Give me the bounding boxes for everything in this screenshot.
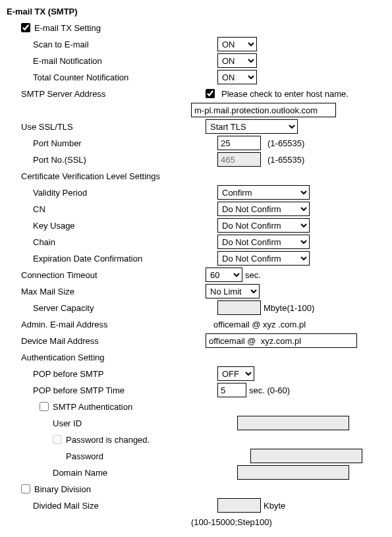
auth-setting-title: Authentication Setting	[7, 353, 206, 362]
scan-to-email-label: Scan to E-mail	[7, 40, 217, 49]
device-mail-label: Device Mail Address	[7, 336, 206, 346]
smtp-auth-checkbox[interactable]	[40, 402, 49, 411]
server-capacity-label: Server Capacity	[7, 303, 217, 313]
cn-select[interactable]: Do Not Confirm	[217, 202, 310, 216]
divided-mail-size-input	[217, 498, 261, 513]
chain-label: Chain	[7, 237, 217, 247]
binary-division-checkbox[interactable]	[21, 484, 30, 494]
pop-before-smtp-time-unit: sec. (0-60)	[249, 385, 290, 395]
page-title: E-mail TX (SMTP)	[7, 7, 385, 16]
domain-name-label: Domain Name	[7, 468, 237, 478]
admin-email-label: Admin. E-mail Address	[7, 320, 206, 329]
max-mail-size-select[interactable]: No Limit	[206, 284, 260, 298]
scan-to-email-select[interactable]: ON	[217, 37, 257, 51]
max-mail-size-label: Max Mail Size	[7, 287, 206, 297]
password-label: Password	[7, 451, 250, 461]
port-ssl-label: Port No.(SSL)	[7, 155, 217, 165]
total-counter-notification-select[interactable]: ON	[217, 70, 257, 84]
chain-select[interactable]: Do Not Confirm	[217, 235, 310, 249]
connection-timeout-label: Connection Timeout	[7, 270, 206, 280]
pop-before-smtp-time-input[interactable]	[217, 383, 246, 397]
use-ssl-tls-select[interactable]: Start TLS	[206, 119, 298, 134]
pop-before-smtp-time-label: POP before SMTP Time	[7, 385, 217, 395]
validity-period-select[interactable]: Confirm	[217, 185, 310, 200]
password-input	[250, 449, 362, 463]
email-notification-select[interactable]: ON	[217, 53, 257, 68]
cn-label: CN	[7, 204, 217, 214]
key-usage-label: Key Usage	[7, 221, 217, 231]
connection-timeout-select[interactable]: 60	[206, 268, 242, 282]
password-changed-label: Password is changed.	[66, 435, 150, 445]
binary-division-label: Binary Division	[34, 484, 91, 494]
server-capacity-unit: Mbyte(1-100)	[264, 303, 314, 313]
port-ssl-hint: (1-65535)	[267, 155, 304, 165]
admin-email-value: officemail @ xyz .com.pl	[206, 320, 372, 329]
email-notification-label: E-mail Notification	[7, 56, 217, 66]
host-name-checkbox[interactable]	[206, 89, 215, 98]
pop-before-smtp-select[interactable]: OFF	[217, 366, 254, 381]
total-counter-notification-label: Total Counter Notification	[7, 72, 217, 82]
device-mail-input[interactable]	[206, 333, 357, 348]
user-id-input	[237, 416, 349, 430]
divided-mail-size-label: Divided Mail Size	[7, 501, 217, 511]
email-tx-setting-checkbox[interactable]	[21, 23, 30, 32]
server-capacity-input	[217, 300, 261, 315]
divided-mail-size-unit: Kbyte	[264, 501, 285, 511]
host-name-checkbox-label: Please check to enter host name.	[221, 89, 349, 99]
port-number-label: Port Number	[7, 138, 217, 148]
password-changed-checkbox	[53, 435, 62, 444]
connection-timeout-unit: sec.	[245, 270, 261, 280]
port-number-hint: (1-65535)	[267, 138, 304, 148]
smtp-server-address-label: SMTP Server Address	[7, 89, 206, 99]
port-ssl-input	[217, 152, 261, 167]
validity-period-label: Validity Period	[7, 188, 217, 198]
expiration-label: Expiration Date Confirmation	[7, 254, 217, 264]
key-usage-select[interactable]: Do Not Confirm	[217, 218, 310, 233]
cert-level-title: Certificate Verification Level Settings	[7, 171, 206, 181]
smtp-auth-label: SMTP Authentication	[53, 402, 132, 412]
expiration-select[interactable]: Do Not Confirm	[217, 251, 310, 266]
email-tx-setting-label: E-mail TX Setting	[34, 23, 101, 33]
smtp-server-address-input[interactable]	[191, 103, 336, 117]
use-ssl-tls-label: Use SSL/TLS	[7, 122, 206, 132]
domain-name-input	[237, 465, 349, 480]
pop-before-smtp-label: POP before SMTP	[7, 369, 217, 379]
port-number-input[interactable]	[217, 136, 261, 150]
divided-mail-size-hint: (100-15000;Step100)	[191, 517, 272, 527]
user-id-label: User ID	[7, 418, 237, 428]
